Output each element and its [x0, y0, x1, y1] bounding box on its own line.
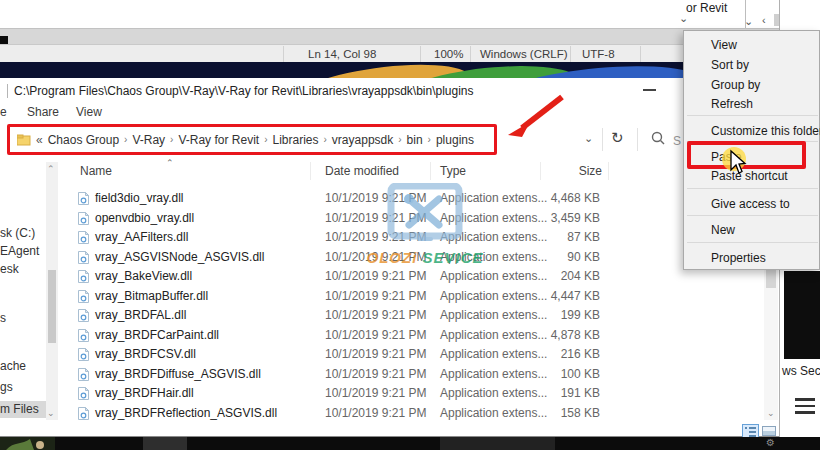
gear-icon[interactable]: ⚙ — [766, 437, 775, 448]
menu-item-sort-by[interactable]: Sort by — [711, 58, 749, 72]
video-thumbnail[interactable] — [784, 271, 820, 359]
dll-file-icon — [77, 347, 90, 362]
scrollbar-thumb[interactable] — [48, 270, 56, 343]
table-row[interactable]: vray_BRDFCarPaint.dll 10/1/2019 9:21 PM … — [60, 325, 700, 345]
chevron-right-icon: › — [428, 134, 431, 145]
breadcrumb-item[interactable]: V-Ray for Revit› — [178, 133, 267, 147]
nav-item-eagent[interactable]: EAgent — [0, 244, 39, 258]
table-row[interactable]: vray_BRDFAL.dll 10/1/2019 9:21 PM Applic… — [60, 305, 700, 325]
chevron-right-icon: › — [398, 134, 401, 145]
nav-item-disk-c[interactable]: sk (C:) — [0, 226, 35, 240]
nav-item-desk[interactable]: esk — [0, 262, 19, 276]
address-dropdown-icon[interactable]: ⌄ — [584, 133, 593, 144]
dll-file-icon — [77, 230, 90, 245]
file-explorer-window: C:\Program Files\Chaos Group\V-Ray\V-Ray… — [0, 78, 779, 437]
status-encoding: UTF-8 — [582, 48, 615, 60]
breadcrumb: Chaos Group›V-Ray›V-Ray for Revit›Librar… — [48, 133, 474, 147]
menu-item-refresh[interactable]: Refresh — [711, 97, 753, 111]
file-list: field3dio_vray.dll 10/1/2019 9:21 PM App… — [60, 188, 700, 422]
tab-home-partial[interactable]: e — [0, 105, 7, 119]
chevron-right-icon: › — [264, 134, 267, 145]
dll-file-icon — [77, 289, 90, 304]
table-row[interactable]: vray_BRDFDiffuse_ASGVIS.dll 10/1/2019 9:… — [60, 364, 700, 384]
dll-file-icon — [77, 386, 90, 401]
details-view-button[interactable] — [742, 424, 759, 438]
breadcrumb-item[interactable]: vrayappsdk› — [332, 133, 402, 147]
dll-file-icon — [77, 211, 90, 226]
scroll-up-icon[interactable]: ⌃ — [47, 164, 55, 174]
minimize-button[interactable] — [643, 89, 656, 91]
breadcrumb-item[interactable]: Chaos Group› — [48, 133, 128, 147]
tab-share[interactable]: Share — [27, 105, 59, 119]
revit-window-title: or Revit — [686, 1, 727, 15]
decorative-arcs — [0, 62, 779, 78]
mouse-cursor — [718, 144, 752, 180]
dll-file-icon — [77, 250, 90, 265]
breadcrumb-item[interactable]: V-Ray› — [132, 133, 173, 147]
editor-hscrollbar[interactable] — [0, 28, 779, 44]
scroll-down-icon[interactable]: ⌄ — [47, 408, 55, 418]
tab-view[interactable]: View — [76, 105, 102, 119]
column-header-size[interactable]: Size — [540, 164, 602, 178]
dll-file-icon — [77, 367, 90, 382]
menu-item-properties[interactable]: Properties — [711, 251, 766, 265]
dll-file-icon — [77, 308, 90, 323]
refresh-icon[interactable]: ↻ — [611, 129, 624, 147]
search-input[interactable]: S — [673, 134, 681, 148]
status-zoom: 100% — [434, 48, 463, 60]
menu-item-group-by[interactable]: Group by — [711, 78, 760, 92]
chevron-right-icon: › — [324, 134, 327, 145]
chevron-right-icon: › — [124, 134, 127, 145]
menu-item-view[interactable]: View — [711, 38, 737, 52]
taskbar-thumbnail-strip — [0, 62, 779, 78]
taskbar-preview-image[interactable] — [0, 437, 55, 450]
nav-item-gs[interactable]: gs — [0, 380, 13, 394]
dll-file-icon — [77, 191, 90, 206]
table-row[interactable]: vray_ASGVISNode_ASGVIS.dll 10/1/2019 9:2… — [60, 247, 700, 267]
status-line-col: Ln 14, Col 98 — [308, 48, 376, 60]
dll-file-icon — [77, 406, 90, 421]
menu-item-new[interactable]: New — [711, 223, 735, 237]
nav-pane-scrollbar[interactable]: ⌃ ⌄ — [46, 162, 58, 420]
breadcrumb-overflow[interactable]: « — [36, 133, 43, 147]
dll-file-icon — [77, 328, 90, 343]
dll-file-icon — [77, 269, 90, 284]
breadcrumb-item[interactable]: Libraries› — [272, 133, 326, 147]
folder-icon — [17, 134, 31, 146]
column-header-date[interactable]: Date modified — [325, 164, 399, 178]
titlebar-divider — [7, 84, 8, 98]
chevron-down-icon[interactable]: ⌄ — [679, 13, 688, 24]
thumbnail-view-button[interactable] — [762, 426, 776, 436]
nav-item-cache[interactable]: ache — [0, 359, 26, 373]
nav-item-s[interactable]: s — [0, 311, 6, 325]
annotation-arrow — [500, 88, 570, 140]
sort-ascending-icon: ⌃ — [166, 158, 174, 168]
table-row[interactable]: openvdbio_vray.dll 10/1/2019 9:21 PM App… — [60, 208, 700, 228]
menu-item-give-access[interactable]: Give access to — [711, 197, 790, 211]
editor-status-bar: Ln 14, Col 98 100% Windows (CRLF) UTF-8 — [0, 44, 779, 62]
chevron-down-icon[interactable]: ⌄ — [744, 16, 753, 27]
column-header-name[interactable]: Name — [80, 164, 112, 178]
chevron-left-icon[interactable]: ‹ — [762, 15, 766, 26]
menu-item-customize-folder[interactable]: Customize this folder... — [711, 124, 820, 138]
breadcrumb-highlight-box: « Chaos Group›V-Ray›V-Ray for Revit›Libr… — [7, 124, 497, 155]
search-icon[interactable] — [650, 131, 666, 147]
scroll-down-icon[interactable]: ⌄ — [767, 408, 775, 418]
nav-item-program-files[interactable]: m Files — [0, 402, 39, 416]
table-row[interactable]: vray_BRDFCSV.dll 10/1/2019 9:21 PM Appli… — [60, 344, 700, 364]
breadcrumb-item[interactable]: bin› — [407, 133, 431, 147]
right-panel-label: ws Secu — [782, 364, 820, 378]
table-row[interactable]: vray_BRDFHair.dll 10/1/2019 9:21 PM Appl… — [60, 383, 700, 403]
hamburger-menu-icon[interactable] — [795, 398, 815, 418]
table-row[interactable]: vray_BakeView.dll 10/1/2019 9:21 PM Appl… — [60, 266, 700, 286]
table-row[interactable]: vray_AAFilters.dll 10/1/2019 9:21 PM App… — [60, 227, 700, 247]
column-header-type[interactable]: Type — [440, 164, 466, 178]
table-row[interactable]: vray_BitmapBuffer.dll 10/1/2019 9:21 PM … — [60, 286, 700, 306]
status-eol: Windows (CRLF) — [480, 48, 568, 60]
table-row[interactable]: field3dio_vray.dll 10/1/2019 9:21 PM App… — [60, 188, 700, 208]
table-row[interactable]: vray_BRDFReflection_ASGVIS.dll 10/1/2019… — [60, 403, 700, 423]
breadcrumb-item[interactable]: plugins› — [436, 133, 474, 147]
screen: or Revit ⌄ ⌄ ‹ > Ln 14, Col 98 100% Wind… — [0, 0, 820, 450]
taskbar: ⚙ — [0, 437, 820, 450]
chevron-right-icon: › — [170, 134, 173, 145]
